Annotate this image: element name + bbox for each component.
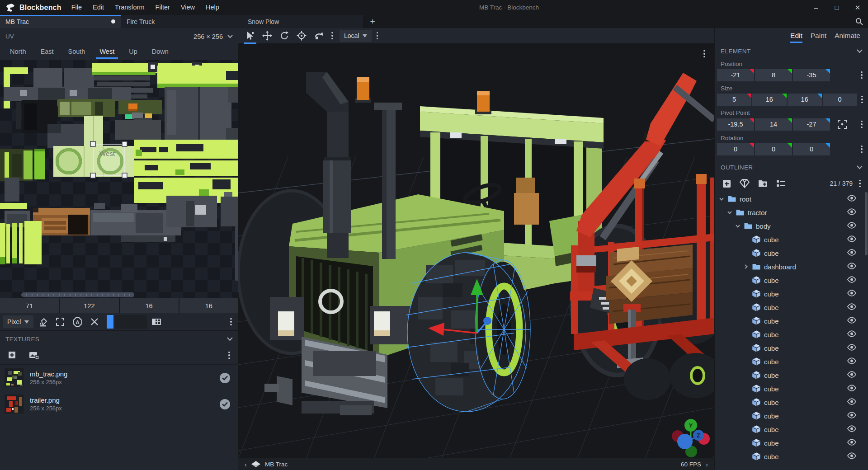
element-panel-header[interactable]: ELEMENT (715, 44, 868, 59)
visibility-eye-icon[interactable] (847, 263, 856, 271)
auto-uv-icon[interactable]: A (70, 315, 85, 329)
uv-resolution[interactable]: 256 × 256 (193, 33, 223, 40)
tree-chevron-icon[interactable] (735, 223, 741, 229)
position-z-input[interactable]: -35 (793, 69, 830, 81)
outliner-row[interactable]: root (715, 192, 868, 206)
outliner-row[interactable]: cube (715, 273, 868, 287)
texture-item[interactable]: trailer.png 256 x 256px (0, 391, 238, 417)
uv-face-tab[interactable]: North (6, 45, 29, 60)
uv-face-tab[interactable]: Down (148, 45, 172, 60)
transform-space-tool[interactable] (311, 28, 327, 44)
transform-space-dropdown[interactable]: Local (340, 30, 372, 42)
uv-field[interactable]: 122 (60, 298, 118, 313)
visibility-eye-icon[interactable] (847, 235, 856, 244)
outliner-panel-header[interactable]: OUTLINER (715, 160, 868, 175)
uv-editor-canvas[interactable]: West (0, 60, 238, 298)
tree-chevron-icon[interactable] (743, 291, 749, 296)
visibility-eye-icon[interactable] (847, 276, 856, 285)
uv-face-tab[interactable]: West (96, 45, 118, 60)
visibility-eye-icon[interactable] (847, 303, 856, 312)
clear-uv-icon[interactable] (87, 315, 102, 329)
import-texture-icon[interactable] (5, 348, 20, 362)
texture-item[interactable]: mb_trac.png 256 x 256px (0, 365, 238, 391)
menu-item[interactable]: Edit (87, 0, 109, 15)
outliner-row[interactable]: cube (715, 395, 868, 409)
position-x-input[interactable]: -21 (717, 69, 754, 81)
move-tool[interactable] (242, 28, 258, 44)
visibility-eye-icon[interactable] (847, 357, 856, 366)
add-cube-icon[interactable] (719, 177, 734, 190)
outliner-row[interactable]: cube (715, 341, 868, 355)
search-icon[interactable] (850, 15, 868, 28)
create-texture-icon[interactable] (26, 348, 42, 362)
outliner-row[interactable]: cube (715, 233, 868, 246)
size-inflate-input[interactable]: 0 (823, 94, 857, 106)
menu-item[interactable]: Help (200, 0, 225, 15)
visibility-eye-icon[interactable] (847, 317, 856, 325)
outliner-row[interactable]: cube (715, 436, 868, 450)
color-swatch[interactable] (107, 315, 113, 329)
tree-chevron-icon[interactable] (743, 454, 749, 459)
center-pivot-icon[interactable] (835, 118, 850, 131)
outliner-row[interactable]: cube (715, 368, 868, 382)
visibility-eye-icon[interactable] (847, 412, 856, 420)
outliner-row[interactable]: cube (715, 355, 868, 368)
uv-menu-kebab-icon[interactable] (226, 315, 236, 328)
outliner-row[interactable]: cube (715, 382, 868, 395)
uv-face-tab[interactable]: Up (125, 45, 141, 60)
maximize-uv-icon[interactable] (52, 315, 68, 329)
menu-item[interactable]: File (66, 0, 87, 15)
tree-chevron-icon[interactable] (727, 210, 732, 215)
rotation-x-input[interactable]: 0 (717, 143, 754, 155)
prev-project-icon[interactable]: ‹ (245, 461, 247, 468)
visibility-eye-icon[interactable] (847, 222, 856, 230)
color-well[interactable] (115, 315, 147, 329)
visibility-eye-icon[interactable] (847, 452, 856, 461)
uv-selection[interactable]: West (0, 60, 238, 298)
pivot-tool[interactable] (293, 28, 310, 44)
visibility-eye-icon[interactable] (847, 371, 856, 380)
tree-chevron-icon[interactable] (719, 196, 724, 202)
outliner-row[interactable]: body (715, 219, 868, 233)
uv-face-tab[interactable]: East (37, 45, 57, 60)
pivot-z-input[interactable]: -27 (793, 118, 830, 131)
uv-field[interactable]: 16 (120, 298, 179, 313)
visibility-eye-icon[interactable] (847, 425, 856, 434)
tree-chevron-icon[interactable] (743, 400, 749, 405)
tree-chevron-icon[interactable] (743, 305, 749, 310)
project-tab[interactable]: MB Trac (0, 15, 121, 28)
close-button[interactable]: ✕ (847, 0, 868, 15)
outliner-row[interactable]: cube (715, 301, 868, 314)
tree-chevron-icon[interactable] (743, 332, 749, 337)
tree-chevron-icon[interactable] (743, 237, 749, 242)
visibility-eye-icon[interactable] (847, 195, 856, 203)
size-y-input[interactable]: 16 (752, 94, 787, 106)
viewport-menu-kebab-icon[interactable] (700, 47, 709, 60)
outliner-row[interactable]: cube (715, 246, 868, 260)
rotate-tool[interactable] (276, 28, 292, 44)
toolbar-kebab-icon[interactable] (328, 29, 337, 42)
outliner-row[interactable]: cube (715, 287, 868, 301)
mode-tab[interactable]: Paint (807, 28, 830, 44)
outliner-scrollbar[interactable] (865, 192, 868, 255)
rotation-kebab-icon[interactable] (857, 143, 866, 155)
rotation-y-input[interactable]: 0 (755, 143, 792, 155)
tree-chevron-icon[interactable] (743, 264, 749, 269)
tree-chevron-icon[interactable] (743, 386, 749, 391)
texture-check-icon[interactable] (220, 399, 230, 409)
tree-chevron-icon[interactable] (743, 318, 749, 324)
minimize-button[interactable]: – (806, 0, 826, 15)
tree-chevron-icon[interactable] (743, 359, 749, 364)
visibility-eye-icon[interactable] (847, 398, 856, 407)
outliner-row[interactable]: cube (715, 409, 868, 423)
uv-layout-icon[interactable] (149, 315, 164, 329)
texture-check-icon[interactable] (220, 373, 230, 383)
size-kebab-icon[interactable] (858, 93, 867, 106)
visibility-eye-icon[interactable] (847, 439, 856, 447)
chevron-down-icon[interactable] (227, 337, 233, 341)
visibility-eye-icon[interactable] (847, 208, 856, 217)
mode-tab[interactable]: Animate (831, 28, 863, 44)
menu-item[interactable]: View (175, 0, 200, 15)
fill-bucket-icon[interactable] (35, 315, 51, 329)
chevron-down-icon[interactable] (227, 35, 233, 38)
